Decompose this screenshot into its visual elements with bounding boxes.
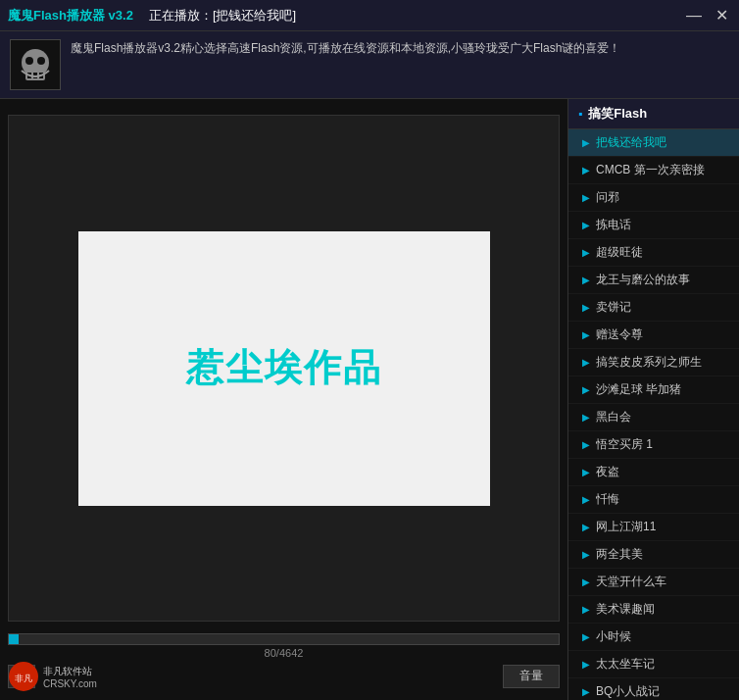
- playlist-scroll[interactable]: ▶把钱还给我吧▶CMCB 第一次亲密接▶问邪▶拣电话▶超级旺徒▶龙王与磨公的故事…: [568, 129, 739, 700]
- svg-point-3: [37, 57, 45, 65]
- playlist-item-arrow: ▶: [582, 686, 590, 697]
- playlist-item-arrow: ▶: [582, 192, 590, 203]
- video-watermark: 惹尘埃作品: [186, 343, 382, 393]
- playlist-item[interactable]: ▶超级旺徒: [568, 239, 739, 267]
- video-placeholder: 惹尘埃作品: [78, 231, 490, 506]
- playlist-item-arrow: ▶: [582, 576, 590, 587]
- playlist-item-arrow: ▶: [582, 604, 590, 615]
- svg-point-2: [25, 57, 33, 65]
- playlist-title: 搞笑Flash: [588, 105, 647, 123]
- playlist-item[interactable]: ▶天堂开什么车: [568, 569, 739, 596]
- video-area: 惹尘埃作品 80/4642 ▐▐ 音量: [0, 99, 567, 700]
- playlist-item-title: 卖饼记: [596, 299, 631, 316]
- playlist-item[interactable]: ▶沙滩足球 毕加猪: [568, 376, 739, 404]
- playlist-item-arrow: ▶: [582, 412, 590, 423]
- playlist-item[interactable]: ▶BQ小人战记: [568, 678, 739, 700]
- title-bar-controls: — ✕: [684, 6, 731, 25]
- main-content: 惹尘埃作品 80/4642 ▐▐ 音量 ▪ 搞笑Flash ▶把钱还给我吧▶CM…: [0, 99, 739, 700]
- playlist-item-title: 搞笑皮皮系列之师生: [596, 354, 702, 371]
- playlist-item-title: 夜盗: [596, 464, 619, 480]
- playlist-item-title: 赠送令尊: [596, 326, 643, 343]
- playlist-item-title: 忏悔: [596, 491, 619, 508]
- playlist-item[interactable]: ▶两全其美: [568, 541, 739, 569]
- now-playing-label: 正在播放：[把钱还给我吧]: [149, 7, 296, 25]
- playlist-item-arrow: ▶: [582, 220, 590, 230]
- playlist-item-arrow: ▶: [582, 384, 590, 395]
- playlist-item-title: 问邪: [596, 189, 619, 206]
- playlist-item-title: 龙王与磨公的故事: [596, 272, 690, 288]
- playlist-item-title: 把钱还给我吧: [596, 134, 666, 151]
- avatar: [10, 39, 61, 90]
- playlist-item[interactable]: ▶悟空买房 1: [568, 431, 739, 459]
- playlist-item-arrow: ▶: [582, 522, 590, 532]
- title-bar: 魔鬼Flash播放器 v3.2 正在播放：[把钱还给我吧] — ✕: [0, 0, 739, 31]
- playlist-item[interactable]: ▶小时候: [568, 624, 739, 651]
- minimize-button[interactable]: —: [684, 6, 704, 25]
- playlist-item-arrow: ▶: [582, 247, 590, 258]
- playlist-item[interactable]: ▶龙王与磨公的故事: [568, 267, 739, 294]
- playlist-item[interactable]: ▶问邪: [568, 184, 739, 212]
- progress-time: 80/4642: [8, 647, 560, 659]
- playlist-item-title: 网上江湖11: [596, 519, 656, 535]
- progress-area: 80/4642: [8, 629, 560, 661]
- playlist-icon: ▪: [578, 107, 582, 121]
- playlist-item-title: 超级旺徒: [596, 244, 643, 261]
- playlist-item-title: BQ小人战记: [596, 683, 660, 700]
- playlist-item-arrow: ▶: [582, 165, 590, 175]
- playlist-item-arrow: ▶: [582, 275, 590, 285]
- playlist-item-arrow: ▶: [582, 467, 590, 477]
- watermark-text: 非凡软件站: [43, 665, 97, 678]
- info-description: 魔鬼Flash播放器v3.2精心选择高速Flash资源,可播放在线资源和本地资源…: [71, 39, 729, 58]
- info-bar: 魔鬼Flash播放器v3.2精心选择高速Flash资源,可播放在线资源和本地资源…: [0, 31, 739, 99]
- playlist-item[interactable]: ▶网上江湖11: [568, 514, 739, 541]
- playlist-item-arrow: ▶: [582, 549, 590, 560]
- playlist-item-title: 太太坐车记: [596, 656, 655, 673]
- svg-text:非凡: 非凡: [15, 674, 32, 683]
- playlist-item-arrow: ▶: [582, 439, 590, 450]
- playlist-item-title: 小时候: [596, 628, 631, 645]
- video-container: 惹尘埃作品: [8, 115, 560, 622]
- playlist-item[interactable]: ▶黑白会: [568, 404, 739, 431]
- playlist-item[interactable]: ▶把钱还给我吧: [568, 129, 739, 157]
- playlist-item-title: 拣电话: [596, 217, 631, 233]
- playlist-item-arrow: ▶: [582, 631, 590, 642]
- watermark-logo: 非凡: [8, 661, 39, 692]
- playlist-item-title: 悟空买房 1: [596, 436, 653, 453]
- playlist-item[interactable]: ▶夜盗: [568, 459, 739, 486]
- close-button[interactable]: ✕: [712, 6, 731, 25]
- playlist-item[interactable]: ▶搞笑皮皮系列之师生: [568, 349, 739, 376]
- playlist-item[interactable]: ▶赠送令尊: [568, 322, 739, 349]
- playlist-item-arrow: ▶: [582, 494, 590, 505]
- playlist-item[interactable]: ▶拣电话: [568, 212, 739, 239]
- playlist-item-arrow: ▶: [582, 659, 590, 670]
- playlist-area: ▪ 搞笑Flash ▶把钱还给我吧▶CMCB 第一次亲密接▶问邪▶拣电话▶超级旺…: [567, 99, 739, 700]
- playlist-item[interactable]: ▶太太坐车记: [568, 651, 739, 678]
- playlist-item[interactable]: ▶CMCB 第一次亲密接: [568, 157, 739, 184]
- playlist-item-arrow: ▶: [582, 137, 590, 148]
- playlist-item-arrow: ▶: [582, 357, 590, 368]
- playlist-item-title: 天堂开什么车: [596, 574, 666, 590]
- progress-fill: [9, 634, 19, 644]
- playlist-item[interactable]: ▶卖饼记: [568, 294, 739, 322]
- playlist-item-title: 沙滩足球 毕加猪: [596, 381, 681, 398]
- playlist-item-title: 美术课趣闻: [596, 601, 655, 618]
- playlist-item[interactable]: ▶忏悔: [568, 486, 739, 514]
- playlist-item[interactable]: ▶美术课趣闻: [568, 596, 739, 624]
- playlist-item-title: CMCB 第一次亲密接: [596, 162, 705, 178]
- volume-button[interactable]: 音量: [503, 665, 560, 688]
- playlist-item-arrow: ▶: [582, 302, 590, 313]
- app-name: 魔鬼Flash播放器 v3.2: [8, 7, 133, 25]
- playlist-item-arrow: ▶: [582, 329, 590, 340]
- watermark-subtext: CRSKY.com: [43, 678, 97, 689]
- playlist-item-title: 两全其美: [596, 546, 643, 563]
- playlist-header: ▪ 搞笑Flash: [568, 99, 739, 129]
- progress-bar[interactable]: [8, 633, 560, 645]
- playlist-item-title: 黑白会: [596, 409, 631, 425]
